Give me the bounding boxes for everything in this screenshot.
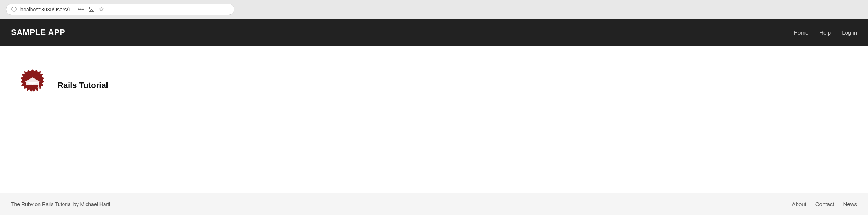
- svg-point-4: [38, 86, 40, 88]
- shield-icon[interactable]: ⛡: [88, 6, 94, 13]
- footer-links: About Contact News: [792, 201, 857, 207]
- more-icon[interactable]: •••: [78, 6, 84, 13]
- url-text: localhost:8080/users/1: [20, 7, 71, 13]
- navbar-brand[interactable]: SAMPLE APP: [11, 28, 65, 37]
- contact-link[interactable]: Contact: [815, 201, 834, 207]
- news-link[interactable]: News: [843, 201, 857, 207]
- footer-text: The Ruby on Rails Tutorial by Michael Ha…: [11, 201, 110, 207]
- login-link[interactable]: Log in: [842, 29, 857, 36]
- footer: The Ruby on Rails Tutorial by Michael Ha…: [0, 193, 868, 215]
- info-icon: ⓘ: [11, 6, 17, 13]
- help-link[interactable]: Help: [819, 29, 831, 36]
- main-content: Rails Tutorial: [0, 46, 868, 193]
- navbar-links: Home Help Log in: [794, 29, 857, 36]
- svg-rect-3: [38, 82, 39, 87]
- star-icon[interactable]: ☆: [99, 6, 104, 13]
- user-profile: Rails Tutorial: [11, 60, 857, 110]
- browser-chrome: ⓘ localhost:8080/users/1 ••• ⛡ ☆: [0, 0, 868, 19]
- address-bar[interactable]: ⓘ localhost:8080/users/1 ••• ⛡ ☆: [6, 4, 234, 15]
- avatar: [15, 68, 50, 103]
- about-link[interactable]: About: [792, 201, 806, 207]
- user-name: Rails Tutorial: [57, 81, 108, 90]
- address-bar-actions: ••• ⛡ ☆: [78, 6, 104, 13]
- home-link[interactable]: Home: [794, 29, 808, 36]
- navbar: SAMPLE APP Home Help Log in: [0, 19, 868, 46]
